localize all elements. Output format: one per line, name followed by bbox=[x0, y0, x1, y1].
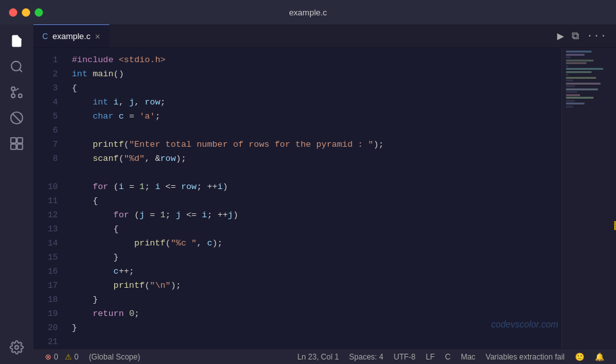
svg-rect-10 bbox=[17, 144, 22, 149]
status-emoji[interactable]: 🙂 bbox=[570, 352, 590, 361]
status-language[interactable]: C bbox=[440, 352, 456, 361]
status-platform[interactable]: Mac bbox=[456, 352, 481, 361]
window-controls bbox=[9, 8, 43, 17]
bell-icon: 🔔 bbox=[595, 352, 604, 361]
language-text: C bbox=[445, 352, 450, 361]
debug-icon[interactable] bbox=[5, 106, 28, 129]
maximize-button[interactable] bbox=[35, 8, 43, 17]
warning-icon: ⚠ bbox=[65, 352, 72, 361]
active-tab[interactable]: C example.c × bbox=[33, 24, 110, 47]
source-control-icon[interactable] bbox=[5, 81, 28, 104]
svg-line-1 bbox=[19, 69, 22, 72]
tab-label: example.c bbox=[53, 31, 90, 41]
spaces-text: Spaces: 4 bbox=[349, 352, 383, 361]
svg-point-11 bbox=[15, 345, 19, 349]
emoji-icon: 🙂 bbox=[575, 352, 585, 361]
line-numbers: 1 2 3 4 5 6 7 8 10 11 12 13 14 15 16 1 bbox=[33, 48, 67, 349]
watermark: codevscolor.com bbox=[491, 319, 558, 329]
search-icon[interactable] bbox=[5, 55, 28, 78]
code-pane[interactable]: 1 2 3 4 5 6 7 8 10 11 12 13 14 15 16 1 bbox=[33, 48, 561, 349]
settings-icon[interactable] bbox=[5, 336, 28, 359]
error-icon: ⊗ bbox=[45, 352, 51, 361]
editor-content: 1 2 3 4 5 6 7 8 10 11 12 13 14 15 16 1 bbox=[33, 48, 616, 349]
tab-file-icon: C bbox=[42, 32, 48, 41]
platform-text: Mac bbox=[461, 352, 475, 361]
svg-point-0 bbox=[12, 62, 21, 71]
editor-area: C example.c × ▶ ⧉ ··· 1 2 3 4 5 6 bbox=[33, 24, 616, 364]
variables-text: Variables extraction fail bbox=[486, 352, 565, 361]
encoding-text: UTF-8 bbox=[393, 352, 415, 361]
svg-point-2 bbox=[19, 94, 22, 98]
position-text: Ln 23, Col 1 bbox=[297, 352, 339, 361]
more-actions-button[interactable]: ··· bbox=[586, 30, 607, 42]
svg-point-3 bbox=[12, 87, 15, 91]
warning-count: 0 bbox=[74, 352, 79, 361]
status-bar: ⊗ 0 ⚠ 0 (Global Scope) Ln 23, Col 1 Spac… bbox=[33, 349, 616, 364]
run-button[interactable]: ▶ bbox=[557, 29, 564, 43]
extensions-icon[interactable] bbox=[5, 132, 28, 155]
code-editor[interactable]: #include <stdio.h> int main() { int i, j… bbox=[67, 48, 561, 349]
status-line-ending[interactable]: LF bbox=[420, 352, 440, 361]
svg-rect-9 bbox=[11, 144, 16, 149]
status-position[interactable]: Ln 23, Col 1 bbox=[292, 352, 344, 361]
error-count: 0 bbox=[54, 352, 58, 361]
minimap bbox=[561, 48, 616, 349]
line-ending-text: LF bbox=[425, 352, 434, 361]
svg-rect-8 bbox=[17, 138, 22, 143]
close-button[interactable] bbox=[9, 8, 17, 17]
status-errors[interactable]: ⊗ 0 ⚠ 0 bbox=[40, 352, 83, 361]
status-bell[interactable]: 🔔 bbox=[590, 352, 610, 361]
activity-bar bbox=[0, 24, 33, 364]
tab-bar: C example.c × ▶ ⧉ ··· bbox=[33, 24, 616, 48]
window-title: example.c bbox=[289, 8, 327, 17]
titlebar: example.c bbox=[0, 0, 616, 24]
minimap-content bbox=[562, 48, 616, 110]
svg-rect-7 bbox=[11, 138, 16, 143]
svg-point-4 bbox=[12, 94, 15, 98]
tab-close-button[interactable]: × bbox=[95, 31, 100, 42]
status-variables[interactable]: Variables extraction fail bbox=[481, 352, 570, 361]
status-encoding[interactable]: UTF-8 bbox=[388, 352, 420, 361]
app-body: C example.c × ▶ ⧉ ··· 1 2 3 4 5 6 bbox=[0, 24, 616, 364]
explorer-icon[interactable] bbox=[5, 29, 28, 53]
scope-text: (Global Scope) bbox=[89, 352, 140, 361]
split-editor-button[interactable]: ⧉ bbox=[572, 30, 579, 42]
tab-actions: ▶ ⧉ ··· bbox=[557, 24, 616, 47]
status-spaces[interactable]: Spaces: 4 bbox=[344, 352, 388, 361]
status-scope[interactable]: (Global Scope) bbox=[83, 352, 145, 361]
svg-line-6 bbox=[13, 114, 21, 122]
minimize-button[interactable] bbox=[22, 8, 30, 17]
